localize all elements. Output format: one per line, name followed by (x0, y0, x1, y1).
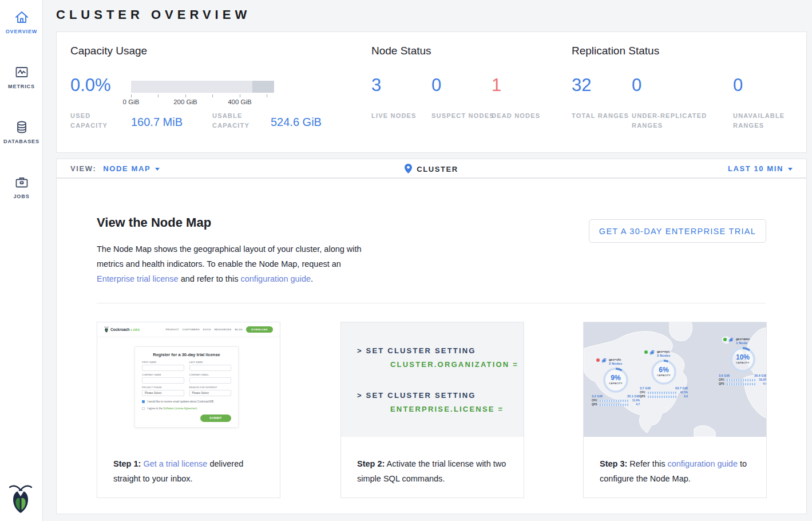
capacity-label: CAPACITY (602, 382, 629, 385)
node-cubes-icon (728, 337, 734, 343)
capacity-donut: 10% CAPACITY (729, 346, 756, 373)
breadcrumb-cluster[interactable]: CLUSTER (417, 165, 458, 173)
capacity-donut: 9% CAPACITY (602, 366, 629, 394)
capacity-label: CAPACITY (729, 361, 756, 364)
node-map-heading: View the Node Map (97, 215, 211, 230)
step1-caption: Step 1: Get a trial license delivered st… (113, 456, 270, 486)
page-title: CLUSTER OVERVIEW (56, 7, 251, 22)
usable-capacity-label: USABLE CAPACITY (212, 111, 267, 131)
capacity-used: 3.6 GiB (719, 374, 730, 377)
mini-site-logo-text: Cockroach (110, 327, 130, 331)
sidebar-item-label: DATABASES (0, 139, 43, 144)
dead-nodes-value: 1 (492, 74, 501, 96)
cpu-label: CPU (592, 399, 598, 402)
checkbox-unchecked-icon (142, 407, 145, 410)
cpu-sparkline (648, 392, 678, 394)
capacity-gauge-dark-segment (252, 81, 274, 93)
get-trial-license-link[interactable]: Get a trial license (143, 459, 207, 468)
node-count: 1 Node (736, 341, 750, 345)
sidebar-item-overview[interactable]: OVERVIEW (0, 0, 43, 41)
mini-site-registration-form: Register for a 30-day trial license FIRS… (134, 346, 239, 428)
text-input (142, 377, 184, 384)
step2-card: > SET CLUSTER SETTING CLUSTER.ORGANIZATI… (340, 322, 524, 498)
cpu-sparkline (600, 400, 629, 402)
sql-setting-line: ENTERPRISE.LICENSE = (390, 405, 504, 413)
mini-site-nav-item: CUSTOMERS (183, 328, 200, 331)
cpu-label: CPU (640, 391, 646, 394)
mini-site-header: Cockroach LABS PRODUCT CUSTOMERS DOCS RE… (97, 322, 280, 337)
sql-prompt-line: > SET CLUSTER SETTING (357, 391, 476, 400)
breadcrumb: CLUSTER (57, 164, 806, 173)
capacity-percent: 6% (650, 366, 678, 374)
live-nodes-value: 3 (371, 74, 381, 96)
tick-label: 0 GiB (123, 98, 140, 105)
map-node-nyc: geo=nyc2 Nodes 6% CAPACITY 3.7 GiB63.7 G (640, 350, 688, 398)
under-replicated-ranges-value: 0 (632, 74, 641, 96)
capacity-label: CAPACITY (650, 374, 678, 377)
capacity-gauge-bar (131, 81, 274, 93)
select-input: Please Select (189, 390, 232, 396)
mini-site-download-button: DOWNLOAD (246, 326, 273, 333)
text-input (142, 365, 184, 371)
node-status-dot (723, 338, 727, 341)
sidebar-item-label: JOBS (0, 194, 43, 199)
qps-label: QPS (719, 382, 725, 385)
capacity-percent: 10% (729, 353, 756, 361)
mini-site-nav-item: DOCS (203, 328, 211, 331)
field-label: COMPANY EMAIL (189, 374, 232, 376)
sidebar-item-label: METRICS (0, 84, 43, 89)
total-ranges-value: 32 (572, 74, 591, 96)
step1-screenshot: Cockroach LABS PRODUCT CUSTOMERS DOCS RE… (97, 322, 280, 437)
capacity-donut: 6% CAPACITY (650, 358, 678, 386)
under-replicated-ranges-label: UNDER-REPLICATED RANGES (632, 111, 726, 131)
unavailable-ranges-label: UNAVAILABLE RANGES (733, 111, 796, 131)
enterprise-trial-button[interactable]: GET A 30-DAY ENTERPRISE TRIAL (589, 219, 766, 243)
cpu-label: CPU (719, 378, 725, 381)
sidebar-item-metrics[interactable]: METRICS (0, 55, 43, 96)
dead-nodes-label: DEAD NODES (492, 111, 554, 121)
node-cubes-icon (601, 358, 607, 364)
tick-label: 400 GiB (228, 98, 252, 105)
capacity-gauge: 0 GiB 200 GiB 400 GiB (131, 81, 274, 106)
capacity-usage-title: Capacity Usage (70, 45, 147, 57)
mini-site-form-title: Register for a 30-day trial license (142, 352, 231, 357)
node-status-dot (596, 358, 600, 362)
view-bar: VIEW: NODE MAP CLUSTER LAST 10 MIN (56, 159, 807, 178)
node-count: 2 Nodes (657, 354, 670, 357)
step2-caption: Step 2: Activate the trial license with … (357, 456, 513, 486)
used-capacity-value: 160.7 MiB (131, 116, 183, 129)
map-node-ams: geo=ams1 Node 10% CAPACITY 3.6 GiB36.6 G (719, 337, 766, 385)
sidebar-item-databases[interactable]: DATABASES (0, 110, 43, 151)
qps-value: 4.4 (758, 382, 766, 385)
cpu-sparkline (727, 379, 756, 381)
qps-value: 4.7 (631, 403, 640, 406)
capacity-percent: 9% (602, 374, 629, 382)
cpu-value: 53.3% (758, 378, 766, 381)
node-locality: geo=ams (736, 337, 750, 341)
home-icon (14, 9, 30, 25)
mini-site-nav-item: BLOG (235, 328, 243, 331)
node-cubes-icon (649, 350, 655, 356)
capacity-used-percent: 0.0% (70, 74, 111, 96)
node-status-dot (644, 350, 648, 354)
node-locality: geo=nyc (657, 350, 670, 353)
text-input (189, 365, 232, 371)
step2-sql-illustration: > SET CLUSTER SETTING CLUSTER.ORGANIZATI… (341, 322, 524, 437)
map-pin-icon (405, 164, 412, 173)
node-count: 2 Nodes (609, 362, 622, 365)
capacity-gauge-labels: 0 GiB 200 GiB 400 GiB (131, 98, 274, 106)
configuration-guide-link[interactable]: configuration guide (667, 459, 738, 468)
replication-status-title: Replication Status (572, 45, 659, 57)
capacity-used: 3.2 GiB (592, 394, 603, 398)
qps-sparkline (600, 404, 629, 406)
qps-value: 8.8 (679, 395, 688, 398)
cpu-value: 11.0% (631, 399, 640, 402)
step3-node-map-illustration: geo=sfo2 Nodes 9% CAPACITY 3.2 GiB35.1 G (584, 322, 766, 437)
checkbox-checked-icon (142, 400, 145, 403)
cpu-value: 42.5% (679, 391, 688, 394)
divider (97, 303, 766, 303)
cluster-overview-screen: OVERVIEW METRICS DATABASES JOBS (0, 0, 812, 521)
enterprise-trial-license-link[interactable]: Enterprise trial license (97, 274, 179, 283)
configuration-guide-link[interactable]: configuration guide (240, 274, 311, 283)
sidebar-item-jobs[interactable]: JOBS (0, 165, 43, 206)
